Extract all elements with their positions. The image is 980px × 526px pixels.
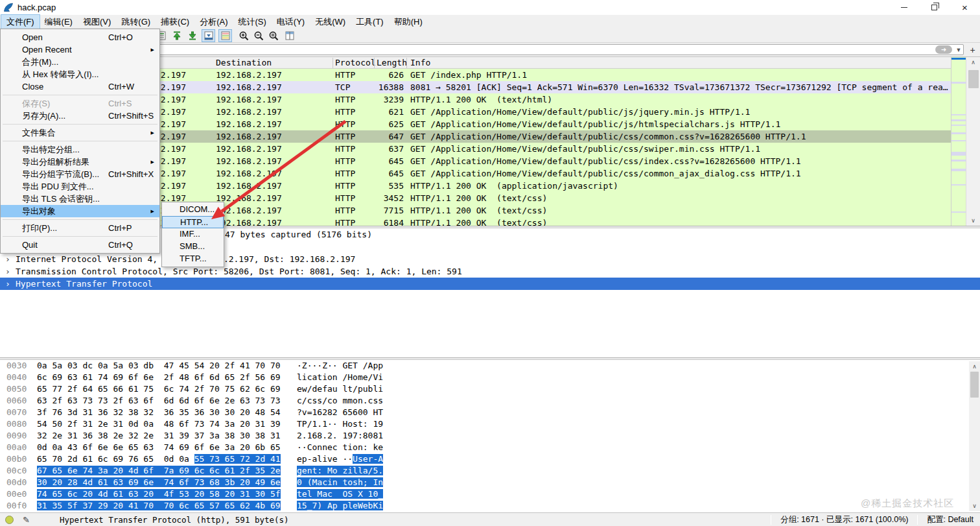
file-menu-item-15[interactable]: 导出 TLS 会话密钥... — [1, 193, 159, 205]
minimize-button[interactable] — [889, 0, 919, 15]
restore-button[interactable] — [919, 0, 950, 15]
menubar-item-1[interactable]: 编辑(E) — [40, 15, 78, 29]
menu-item-label: 导出特定分组... — [22, 145, 80, 154]
hex-ascii-plain: c/css/co mmon.css — [297, 396, 383, 405]
filter-dropdown-caret[interactable]: ▼ — [954, 45, 963, 54]
file-menu-item-20[interactable]: QuitCtrl+Q — [1, 239, 159, 251]
cell-length: 626 — [347, 69, 404, 81]
hex-ascii: tel Mac OS X 10_ — [297, 488, 383, 500]
hex-bytes-plain: 63 2f 63 73 73 2f 63 6f 6d 6d 6f 6e 2e 6… — [37, 396, 281, 405]
zoom-reset-button[interactable] — [267, 29, 281, 42]
export-submenu-item-1[interactable]: HTTP... — [162, 216, 224, 228]
cell-destination: 192.168.2.197 — [216, 106, 282, 118]
cell-info: GET /Application/Home/View/default/publi… — [410, 106, 750, 118]
file-menu-item-16[interactable]: 导出对象▶ — [1, 205, 159, 217]
scrollbar-thumb[interactable] — [968, 70, 979, 88]
menubar-item-0[interactable]: 文件(F) — [1, 15, 40, 29]
close-button[interactable]: × — [950, 0, 980, 15]
hex-row[interactable]: 00a00d 0a 43 6f 6e 6e 65 63 74 69 6f 6e … — [0, 442, 980, 453]
hex-row[interactable]: 005065 77 2f 64 65 66 61 75 6c 74 2f 70 … — [0, 383, 980, 395]
hex-bytes-selected: 31 35 5f 37 29 20 41 70 70 6c 65 57 65 6… — [37, 501, 281, 510]
hex-ascii: gent: Mo zilla/5. — [297, 465, 383, 477]
hex-ascii-selected: tel Mac OS X 10_ — [297, 489, 383, 499]
file-menu-item-12[interactable]: 导出分组解析结果▶ — [1, 156, 159, 168]
column-header-info[interactable]: Info — [410, 58, 430, 67]
file-menu-item-4[interactable]: CloseCtrl+W — [1, 80, 159, 93]
menubar-item-8[interactable]: 无线(W) — [310, 15, 351, 29]
menubar-item-10[interactable]: 帮助(H) — [389, 15, 428, 29]
export-submenu-item-4[interactable]: TFTP... — [162, 253, 224, 265]
menubar-item-5[interactable]: 分析(A) — [194, 15, 233, 29]
profile-text[interactable]: 配置: Default — [922, 514, 980, 525]
menubar-item-9[interactable]: 工具(T) — [351, 15, 389, 29]
hex-ascii: ·Z···Z·· GET /App — [297, 360, 383, 372]
file-menu-item-13[interactable]: 导出分组字节流(B)...Ctrl+Shift+X — [1, 168, 159, 180]
file-menu-item-14[interactable]: 导出 PDU 到文件... — [1, 180, 159, 193]
intelligent-scrollbar-minimap[interactable] — [951, 57, 966, 226]
column-header-length[interactable]: Length — [377, 58, 407, 67]
apply-filter-button[interactable]: ➜ — [935, 45, 952, 54]
cell-length: 647 — [347, 130, 404, 143]
detail-row-text: Hypertext Transfer Protocol — [16, 278, 152, 290]
hex-row[interactable]: 009032 2e 31 36 38 2e 32 2e 31 39 37 3a … — [0, 430, 980, 442]
scroll-up-icon[interactable]: ∧ — [966, 57, 980, 67]
column-header-destination[interactable]: Destination — [216, 58, 272, 67]
detail-row[interactable]: ›Internet Protocol Version 4, Src: 192.1… — [0, 253, 980, 265]
hex-row[interactable]: 00c067 65 6e 74 3a 20 4d 6f 7a 69 6c 6c … — [0, 465, 980, 477]
export-submenu-item-3[interactable]: SMB... — [162, 241, 224, 253]
hex-row[interactable]: 00406c 69 63 61 74 69 6f 6e 2f 48 6f 6d … — [0, 372, 980, 383]
hex-pane-scrollbar[interactable]: ∧ ∨ — [969, 361, 980, 511]
menubar-item-6[interactable]: 统计(S) — [233, 15, 271, 29]
cell-destination: 192.168.2.197 — [216, 118, 282, 130]
resize-columns-button[interactable] — [283, 29, 296, 42]
go-last-icon — [187, 30, 198, 41]
expert-info-icon[interactable] — [5, 516, 14, 524]
packet-list-scrollbar[interactable]: ∧ ∨ — [966, 57, 980, 226]
menubar-item-4[interactable]: 捕获(C) — [156, 15, 194, 29]
hex-row[interactable]: 008054 50 2f 31 2e 31 0d 0a 48 6f 73 74 … — [0, 418, 980, 430]
add-filter-button[interactable]: + — [967, 44, 978, 55]
column-separator[interactable] — [406, 58, 407, 68]
menubar-item-2[interactable]: 视图(V) — [78, 15, 116, 29]
hex-row[interactable]: 00b065 70 2d 61 6c 69 76 65 0d 0a 55 73 … — [0, 453, 980, 465]
menu-item-shortcut: Ctrl+Q — [108, 239, 133, 251]
detail-row[interactable]: ›Hypertext Transfer Protocol — [0, 278, 980, 290]
zoom-out-button[interactable] — [252, 29, 266, 42]
file-menu-item-0[interactable]: OpenCtrl+O — [1, 31, 159, 43]
column-separator[interactable] — [332, 58, 333, 68]
export-submenu-item-2[interactable]: IMF... — [162, 228, 224, 241]
hex-bytes-plain: 65 77 2f 64 65 66 61 75 6c 74 2f 70 75 6… — [37, 384, 281, 394]
scroll-down-icon[interactable]: ∨ — [966, 215, 980, 226]
scroll-down-icon[interactable]: ∨ — [969, 501, 980, 511]
file-menu-item-1[interactable]: Open Recent▶ — [1, 43, 159, 56]
file-menu-item-6[interactable]: 保存(S)Ctrl+S — [1, 97, 159, 110]
column-separator[interactable] — [374, 58, 375, 68]
hex-row[interactable]: 006063 2f 63 73 73 2f 63 6f 6d 6d 6f 6e … — [0, 395, 980, 407]
file-menu-item-2[interactable]: 合并(M)... — [1, 56, 159, 68]
go-first-button[interactable] — [170, 29, 183, 42]
file-menu-item-11[interactable]: 导出特定分组... — [1, 143, 159, 156]
hex-row[interactable]: 00703f 76 3d 31 36 32 38 32 36 35 36 30 … — [0, 407, 980, 418]
hex-row[interactable]: 00d030 20 28 4d 61 63 69 6e 74 6f 73 68 … — [0, 477, 980, 488]
menubar-item-7[interactable]: 电话(Y) — [272, 15, 310, 29]
scrollbar-thumb[interactable] — [970, 372, 979, 398]
hex-row[interactable]: 00300a 5a 03 dc 0a 5a 03 db 47 45 54 20 … — [0, 360, 980, 372]
hex-row[interactable]: 00f031 35 5f 37 29 20 41 70 70 6c 65 57 … — [0, 500, 980, 512]
detail-row[interactable]: ›Transmission Control Protocol, Src Port… — [0, 265, 980, 278]
autoscroll-button[interactable] — [202, 29, 215, 42]
colorize-button[interactable] — [218, 29, 232, 42]
export-submenu-item-0[interactable]: DICOM... — [162, 204, 224, 216]
file-menu: OpenCtrl+OOpen Recent▶合并(M)...从 Hex 转储导入… — [0, 29, 160, 254]
column-header-protocol[interactable]: Protocol — [335, 58, 376, 67]
file-menu-item-3[interactable]: 从 Hex 转储导入(I)... — [1, 68, 159, 80]
go-last-button[interactable] — [185, 29, 199, 42]
file-menu-item-7[interactable]: 另存为(A)...Ctrl+Shift+S — [1, 110, 159, 122]
file-menu-item-18[interactable]: 打印(P)...Ctrl+P — [1, 222, 159, 234]
capture-comment-icon[interactable]: ✎ — [23, 515, 30, 525]
zoom-in-button[interactable] — [237, 29, 251, 42]
menubar-item-3[interactable]: 跳转(G) — [116, 15, 156, 29]
scroll-up-icon[interactable]: ∧ — [969, 361, 980, 372]
hex-row[interactable]: 00e074 65 6c 20 4d 61 63 20 4f 53 20 58 … — [0, 488, 980, 500]
file-menu-item-9[interactable]: 文件集合▶ — [1, 126, 159, 139]
cell-length: 3239 — [347, 93, 404, 106]
